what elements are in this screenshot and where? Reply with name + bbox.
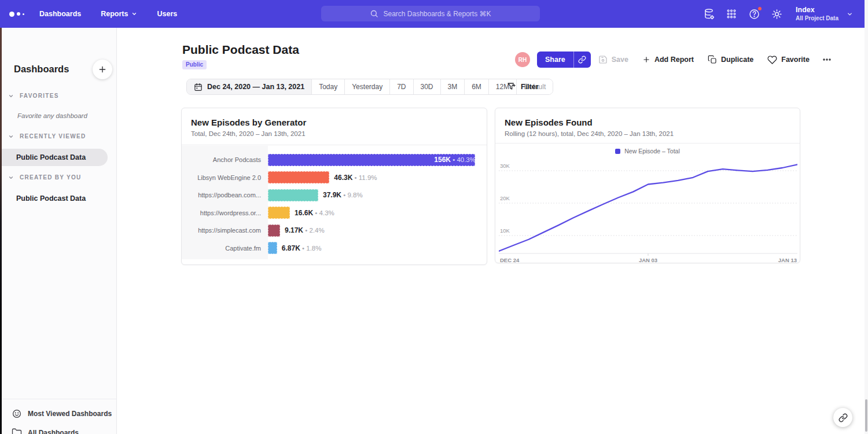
share-link-button[interactable] (573, 52, 591, 68)
data-sources-icon[interactable] (703, 8, 715, 20)
chevron-down-icon (847, 11, 853, 17)
page-title: Public Podcast Data (182, 43, 299, 57)
link-icon (578, 56, 586, 64)
duplicate-button[interactable]: Duplicate (708, 55, 753, 64)
nav-item-label: Users (157, 10, 177, 18)
bar-row: Libsyn WebEngine 2.046.3K • 11.9% (182, 169, 481, 187)
apps-grid-icon[interactable] (726, 8, 737, 20)
chevron-down-icon (8, 93, 14, 99)
y-tick-label: 20K (500, 195, 510, 201)
line-chart: 10K20K30KDEC 24JAN 03JAN 13 (499, 157, 797, 266)
help-icon[interactable] (748, 8, 760, 20)
preset-yesterday[interactable]: Yesterday (344, 79, 389, 94)
nav-item-reports[interactable]: Reports (101, 10, 137, 18)
sidebar-section-favorites[interactable]: FAVORITES (8, 93, 59, 99)
bar-track: 156K • 40.3% (268, 154, 481, 166)
preset-6m[interactable]: 6M (464, 79, 488, 94)
nav-item-users[interactable]: Users (157, 10, 177, 18)
bar-value-label: 9.17K • 2.4% (285, 226, 325, 234)
avatar[interactable]: RH (515, 52, 530, 67)
nav-item-dashboards[interactable]: Dashboards (39, 10, 81, 18)
sidebar-section-recently-viewed[interactable]: RECENTLY VIEWED (8, 133, 86, 139)
preset-7d[interactable]: 7D (389, 79, 413, 94)
section-label: FAVORITES (20, 93, 59, 99)
bar-value-label: 156K • 40.3% (434, 156, 476, 164)
legend-label: New Episode – Total (624, 148, 680, 155)
bar-chart: Anchor Podcasts156K • 40.3%Libsyn WebEng… (182, 151, 481, 257)
search-placeholder: Search Dashboards & Reports ⌘K (383, 10, 491, 18)
search-icon (370, 9, 378, 18)
bar[interactable] (268, 207, 290, 219)
bar-track: 46.3K • 11.9% (268, 171, 481, 183)
project-selector[interactable]: Index All Project Data (796, 6, 853, 22)
favorite-button[interactable]: Favorite (767, 55, 810, 65)
share-button[interactable]: Share (537, 52, 573, 68)
bar-category-label: Anchor Podcasts (182, 156, 268, 163)
bar-row: Anchor Podcasts156K • 40.3% (182, 151, 481, 169)
scrollbar-track (865, 0, 868, 434)
settings-gear-icon[interactable] (771, 8, 782, 20)
chart-subtitle: Rolling (12 hours), total, Dec 24th, 202… (505, 130, 674, 137)
sidebar-item-all-dashboards[interactable]: All Dashboards (0, 423, 117, 434)
card-new-episodes-by-generator: New Episodes by Generator Total, Dec 24t… (181, 108, 487, 265)
bar-category-label: https://podbean.com... (182, 192, 268, 198)
section-label: CREATED BY YOU (20, 174, 82, 181)
date-range-picker[interactable]: Dec 24, 2020 — Jan 13, 2021 (187, 79, 311, 94)
notification-badge (757, 6, 762, 11)
section-label: RECENTLY VIEWED (20, 133, 86, 139)
scrollbar-thumb[interactable] (865, 399, 867, 432)
bar-value-label: 16.6K • 4.3% (295, 209, 334, 217)
sidebar-item-most-viewed-dashboards[interactable]: Most Viewed Dashboards (0, 404, 117, 423)
bar-category-label: Captivate.fm (182, 245, 268, 252)
bar-track: 9.17K • 2.4% (268, 225, 481, 237)
sidebar-item-public-podcast-data[interactable]: Public Podcast Data (16, 194, 86, 203)
sidebar-item-public-podcast-data-selected[interactable]: Public Podcast Data (0, 149, 108, 166)
sidebar-footer-label: All Dashboards (28, 429, 79, 434)
chart-title: New Episodes Found (505, 117, 593, 127)
filter-label: Filter (521, 83, 539, 91)
preset-today[interactable]: Today (311, 79, 344, 94)
dashboard-actions: RH Share Save Add Report Duplicate Favor… (515, 52, 833, 68)
duplicate-label: Duplicate (721, 56, 753, 64)
card-header: New Episodes Found Rolling (12 hours), t… (495, 108, 800, 144)
bar-track: 37.9K • 9.8% (268, 189, 481, 201)
preset-30d[interactable]: 30D (413, 79, 440, 94)
bar-value-label: 46.3K • 11.9% (334, 174, 377, 182)
chevron-down-icon (131, 11, 137, 17)
bar[interactable] (268, 189, 318, 201)
sidebar-section-created-by-you[interactable]: CREATED BY YOU (8, 174, 82, 181)
search-input[interactable]: Search Dashboards & Reports ⌘K (321, 6, 540, 21)
sidebar-footer-divider (0, 399, 117, 399)
bar-track: 6.87K • 1.8% (268, 242, 481, 254)
more-menu-button[interactable] (821, 55, 833, 64)
card-new-episodes-found: New Episodes Found Rolling (12 hours), t… (495, 108, 800, 263)
bar-track: 16.6K • 4.3% (268, 207, 481, 219)
chart-legend: New Episode – Total (495, 148, 800, 155)
duplicate-icon (708, 55, 717, 64)
heart-icon (767, 55, 777, 65)
calendar-icon (194, 83, 203, 91)
bar[interactable] (268, 225, 280, 237)
bar-row: https://wordpress.or...16.6K • 4.3% (182, 204, 481, 222)
add-dashboard-button[interactable] (93, 60, 112, 79)
bar-category-label: Libsyn WebEngine 2.0 (182, 174, 268, 181)
bar[interactable] (268, 242, 277, 254)
bar-value-label: 37.9K • 9.8% (323, 191, 363, 199)
favorites-empty-hint: Favorite any dashboard (17, 112, 87, 119)
floating-link-button[interactable] (833, 408, 852, 427)
add-report-button[interactable]: Add Report (642, 56, 694, 64)
preset-3m[interactable]: 3M (440, 79, 465, 94)
bar[interactable] (268, 171, 329, 183)
chevron-down-icon (8, 134, 14, 139)
filter-button[interactable]: Filter (507, 79, 539, 95)
add-report-label: Add Report (654, 56, 694, 64)
chevron-down-icon (8, 175, 14, 181)
save-button[interactable]: Save (598, 55, 628, 64)
legend-swatch (615, 149, 620, 154)
nav-item-label: Reports (101, 10, 128, 18)
x-tick-label: JAN 13 (778, 257, 797, 263)
app-logo-icon[interactable] (9, 12, 35, 17)
save-icon (598, 55, 608, 64)
sidebar: Dashboards FAVORITES Favorite any dashbo… (0, 28, 117, 434)
x-tick-label: JAN 03 (639, 257, 657, 263)
